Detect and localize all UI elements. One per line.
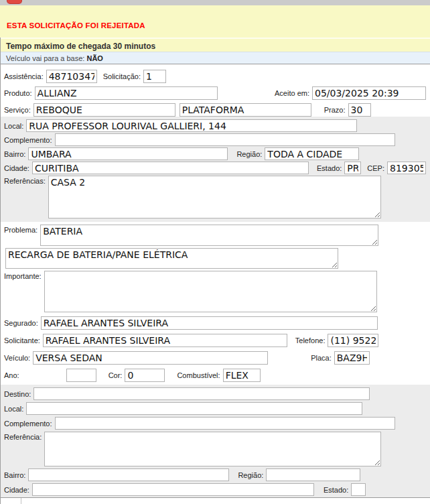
complemento-label: Complemento: <box>4 136 52 144</box>
regiao-input[interactable] <box>265 147 359 160</box>
request-header-section: Assistência: Solicitação: Produto: Aceit… <box>1 64 430 117</box>
combustivel-input[interactable] <box>223 369 261 382</box>
cidade-label: Cidade: <box>4 164 29 172</box>
destino-input[interactable] <box>33 387 370 400</box>
servico-input[interactable] <box>33 103 175 117</box>
local-input[interactable] <box>26 119 357 132</box>
ano-input[interactable] <box>66 369 96 382</box>
destino-complemento-label: Complemento: <box>4 420 52 428</box>
destino-estado-label: Estado: <box>324 486 348 494</box>
destino-complemento-input[interactable] <box>55 417 395 430</box>
destino-local-label: Local: <box>4 405 23 413</box>
servico-label: Serviço: <box>4 106 31 114</box>
destino-estado-input[interactable] <box>351 483 366 496</box>
local-label: Local: <box>4 122 23 130</box>
destino-regiao-label: Região: <box>238 471 263 479</box>
problema-descricao-textarea[interactable]: RECARGA DE BATERIA/PANE ELÉTRICA <box>5 248 338 269</box>
complemento-input[interactable] <box>55 133 395 146</box>
origin-address-section: Local: Complemento: Bairro: Região: Cida… <box>1 117 430 222</box>
assistencia-input[interactable] <box>46 70 97 83</box>
combustivel-label: Combustível: <box>177 371 220 379</box>
regiao-label: Região: <box>236 150 262 158</box>
destino-label: Destino: <box>4 390 31 398</box>
rejection-banner: ESTA SOLICITAÇÃO FOI REJEITADA <box>0 5 430 38</box>
vehicle-to-base-label: Veículo vai para a base: <box>6 54 84 62</box>
solicitacao-input[interactable] <box>143 70 166 83</box>
next-section-edge <box>1 498 430 504</box>
telefone-label: Telefone: <box>295 336 326 344</box>
servico-tipo-input[interactable] <box>180 103 311 117</box>
bairro-label: Bairro: <box>4 150 25 158</box>
placa-input[interactable] <box>334 351 370 365</box>
solicitante-input[interactable] <box>43 334 287 347</box>
service-request-page: ESTA SOLICITAÇÃO FOI REJEITADA Tempo máx… <box>0 0 430 504</box>
problema-label: Problema: <box>4 226 38 234</box>
prazo-label: Prazo: <box>324 106 346 114</box>
destino-cidade-input[interactable] <box>32 483 314 496</box>
problema-textarea[interactable]: BATERIA <box>40 225 378 246</box>
ano-label: Ano: <box>4 371 19 379</box>
destino-bairro-label: Bairro: <box>4 471 25 479</box>
max-arrival-time-bar: Tempo máximo de chegada 30 minutos <box>1 38 430 52</box>
destino-regiao-input[interactable] <box>266 468 360 481</box>
destino-cidade-label: Cidade: <box>4 486 29 494</box>
destino-bairro-input[interactable] <box>28 468 229 481</box>
veiculo-label: Veículo: <box>4 354 30 362</box>
destino-local-input[interactable] <box>26 402 362 415</box>
next-field-border-fragment <box>21 498 21 504</box>
max-arrival-time-text: Tempo máximo de chegada 30 minutos <box>6 42 155 51</box>
referencias-textarea[interactable]: CASA 2 <box>48 176 381 218</box>
telefone-input[interactable] <box>328 334 378 347</box>
estado-label: Estado: <box>317 164 342 172</box>
cep-input[interactable] <box>387 162 426 174</box>
placa-label: Placa: <box>311 354 332 362</box>
destination-section: Destino: Local: Complemento: Referência:… <box>1 385 430 498</box>
rejection-message: ESTA SOLICITAÇÃO FOI REJEITADA <box>7 21 145 29</box>
destino-referencia-label: Referência: <box>4 433 42 441</box>
vehicle-to-base-bar: Veículo vai para a base: NÃO <box>1 52 430 64</box>
assistencia-label: Assistência: <box>4 72 44 80</box>
cor-input[interactable] <box>125 369 165 382</box>
referencias-label: Referências: <box>4 177 46 185</box>
importante-textarea[interactable] <box>44 271 377 312</box>
produto-label: Produto: <box>4 89 32 97</box>
solicitante-label: Solicitante: <box>4 336 40 344</box>
veiculo-input[interactable] <box>33 351 268 365</box>
window-chrome-strip <box>0 0 430 5</box>
problem-section: Problema: BATERIA RECARGA DE BATERIA/PAN… <box>1 222 430 385</box>
prazo-input[interactable] <box>348 103 371 117</box>
aceito-em-input[interactable] <box>312 86 426 100</box>
solicitacao-label: Solicitação: <box>103 72 141 80</box>
bairro-input[interactable] <box>28 147 228 160</box>
cor-label: Cor: <box>109 371 123 379</box>
destino-referencia-textarea[interactable] <box>44 432 381 466</box>
segurado-label: Segurado: <box>4 319 38 327</box>
cep-label: CEP: <box>367 164 384 172</box>
estado-input[interactable] <box>344 162 361 174</box>
importante-label: Importante: <box>4 272 42 280</box>
segurado-input[interactable] <box>41 316 378 330</box>
alert-tab-icon <box>7 0 22 4</box>
aceito-em-label: Aceito em: <box>275 89 309 97</box>
cidade-input[interactable] <box>32 162 309 174</box>
vehicle-to-base-value: NÃO <box>86 54 102 62</box>
produto-input[interactable] <box>35 86 218 100</box>
